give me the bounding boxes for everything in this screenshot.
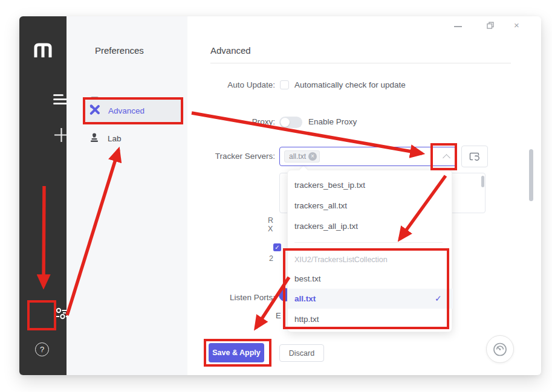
auto-update-text: Automatically check for update [294, 80, 406, 89]
save-apply-button[interactable]: Save & Apply [209, 343, 264, 362]
dropdown-item-selected[interactable]: all.txt ✓ [288, 289, 453, 309]
close-button[interactable]: × [514, 20, 519, 30]
dropdown-group-label: XIU2/TrackersListCollection [294, 255, 388, 264]
advanced-icon [89, 104, 100, 117]
refresh-icon [469, 152, 481, 162]
fragment-text: X [268, 225, 273, 233]
auto-refresh-checkbox[interactable]: ✓ [273, 243, 281, 251]
proxy-toggle[interactable] [279, 117, 302, 128]
minimize-button[interactable] [454, 26, 462, 27]
fragment-text: E [276, 311, 281, 320]
sidebar-item-label: Advanced [108, 106, 144, 115]
window-scrollbar[interactable] [529, 149, 533, 201]
dropdown-item[interactable]: trackers_all_ip.txt [294, 222, 358, 231]
listen-ports-label: Listen Ports: [192, 293, 275, 302]
refresh-trackers-button[interactable] [461, 146, 488, 167]
title-divider [210, 63, 511, 63]
speed-gauge-button[interactable] [486, 335, 514, 363]
sidebar-item-label: Lab [108, 134, 122, 143]
sidebar: ? [19, 16, 67, 375]
page-title: Advanced [210, 45, 251, 56]
lab-icon [89, 132, 99, 145]
gauge-icon [492, 341, 508, 358]
check-icon: ✓ [435, 294, 442, 303]
auto-update-label: Auto Update: [192, 80, 275, 89]
sidebar-item-advanced[interactable]: Advanced [85, 99, 184, 123]
proxy-text: Enable Proxy [308, 117, 357, 126]
motrix-logo-icon [33, 42, 53, 60]
dropdown-item[interactable]: trackers_best_ip.txt [294, 181, 365, 190]
tracker-servers-label: Tracker Servers: [192, 152, 275, 161]
textarea-scrollbar[interactable] [481, 176, 484, 187]
dropdown-item[interactable]: http.txt [294, 315, 319, 324]
preferences-title: Preferences [95, 45, 144, 56]
fragment-text: R [268, 216, 273, 225]
discard-button[interactable]: Discard [279, 344, 324, 362]
tag-close-icon[interactable]: × [308, 152, 317, 161]
tracker-select[interactable]: all.txt × [279, 147, 456, 166]
tag-label: all.txt [289, 152, 306, 161]
chevron-up-icon[interactable] [443, 154, 450, 162]
auto-update-checkbox[interactable] [280, 80, 289, 89]
restore-button[interactable] [486, 21, 495, 32]
dropdown-item[interactable]: best.txt [294, 274, 321, 283]
fragment-text: 2 [269, 254, 273, 263]
toggle-knob [281, 118, 290, 127]
dropdown-item[interactable]: trackers_all.txt [294, 201, 347, 210]
page: ? Preferences Basic [0, 0, 552, 392]
help-icon[interactable]: ? [35, 342, 49, 356]
selected-item-label: all.txt [294, 294, 316, 303]
tracker-tag: all.txt × [284, 150, 320, 162]
proxy-label: Proxy: [192, 117, 275, 126]
app-window: ? Preferences Basic [19, 16, 541, 375]
dropdown-divider [294, 242, 443, 243]
help-glyph: ? [40, 345, 44, 354]
preferences-panel: Preferences Basic [67, 16, 187, 375]
sidebar-item-lab[interactable]: Lab [85, 128, 184, 149]
tracker-dropdown: trackers_best_ip.txt trackers_all.txt tr… [287, 170, 452, 332]
